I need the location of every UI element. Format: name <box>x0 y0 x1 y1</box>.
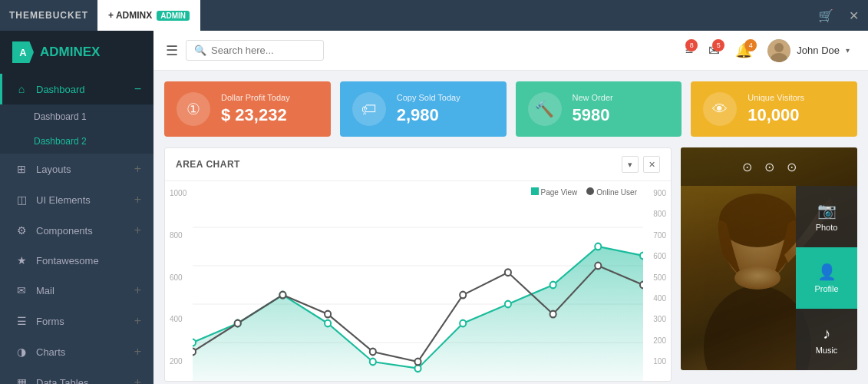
sidebar-tables-label: Data Tables <box>36 377 127 385</box>
expand-icon: + <box>134 223 141 237</box>
sidebar-dashboard-label: Dashboard <box>36 84 127 95</box>
music-label: Music <box>816 346 838 355</box>
camera-icon: 📷 <box>817 201 837 220</box>
tables-icon: ▦ <box>15 376 28 384</box>
mail-notification[interactable]: ✉ 5 <box>702 38 726 64</box>
sidebar-item-data-tables[interactable]: ▦ Data Tables + <box>0 367 153 384</box>
sidebar-item-fontawesome[interactable]: ★ Fontawesome <box>0 246 153 275</box>
copy-value: 2,980 <box>397 105 460 125</box>
legend-page-view: Page View <box>531 187 578 197</box>
profile-action[interactable]: 👤 Profile <box>796 247 857 309</box>
admin-tab[interactable]: + ADMINX ADMIN <box>97 0 200 31</box>
panel-circle-icon-3[interactable]: ⊙ <box>787 160 797 174</box>
svg-point-25 <box>460 292 466 299</box>
user-name: John Doe <box>797 45 840 56</box>
topbar-close-icon[interactable]: ✕ <box>849 8 859 23</box>
stats-row: ① Dollar Profit Today $ 23,232 🏷 Copy So… <box>164 81 857 137</box>
list-badge: 8 <box>685 39 698 51</box>
svg-point-22 <box>325 311 331 318</box>
svg-point-26 <box>505 269 511 276</box>
user-menu[interactable]: John Doe ▾ <box>761 36 856 65</box>
svg-point-15 <box>505 301 511 308</box>
eye-icon: 👁 <box>703 92 737 126</box>
sidebar-item-ui-elements[interactable]: ◫ UI Elements + <box>0 184 153 215</box>
copy-label: Copy Sold Today <box>397 93 460 102</box>
hamburger-icon[interactable]: ☰ <box>166 42 178 59</box>
sidebar-layouts-label: Layouts <box>36 164 127 175</box>
music-action[interactable]: ♪ Music <box>796 309 857 370</box>
svg-point-27 <box>550 311 556 318</box>
order-label: New Order <box>573 93 613 102</box>
sidebar-item-charts[interactable]: ◑ Charts + <box>0 336 153 367</box>
sidebar-item-dashboard1[interactable]: Dashboard 1 <box>0 104 153 129</box>
expand-icon: + <box>134 376 141 384</box>
tab-badge: ADMIN <box>157 11 190 21</box>
visitors-label: Unique Visitors <box>748 93 804 102</box>
svg-point-11 <box>325 320 331 327</box>
svg-point-28 <box>595 263 601 270</box>
sidebar-item-components[interactable]: ⚙ Components + <box>0 215 153 246</box>
bell-badge: 4 <box>744 39 757 51</box>
svg-point-23 <box>370 349 376 356</box>
order-value: 5980 <box>573 105 613 125</box>
music-icon: ♪ <box>823 325 830 343</box>
sidebar-forms-label: Forms <box>36 316 127 327</box>
expand-icon: + <box>134 162 141 176</box>
tag-icon: 🏷 <box>352 92 386 126</box>
sidebar-item-layouts[interactable]: ⊞ Layouts + <box>0 154 153 184</box>
sidebar-item-dashboard2[interactable]: Dashboard 2 <box>0 129 153 154</box>
sidebar-fa-label: Fontawesome <box>36 255 141 266</box>
dollar-icon: ① <box>177 92 210 126</box>
chart-minimize-btn[interactable]: ▾ <box>622 156 639 173</box>
sidebar-item-forms[interactable]: ☰ Forms + <box>0 306 153 336</box>
photo-label: Photo <box>816 223 838 232</box>
profile-label: Profile <box>814 284 838 293</box>
chart-close-btn[interactable]: ✕ <box>643 156 660 173</box>
area-chart-card: AREA CHART ▾ ✕ Page View Online User <box>164 147 672 382</box>
stat-card-dollar-profit: ① Dollar Profit Today $ 23,232 <box>164 81 331 137</box>
y-labels-right: 100 200 300 400 500 600 700 800 900 <box>643 189 671 366</box>
sidebar: A ADMINEX ⌂ Dashboard − Dashboard 1 Dash… <box>0 31 153 384</box>
expand-icon: + <box>134 193 141 207</box>
svg-point-17 <box>595 243 601 250</box>
y-labels-left: 200 400 600 800 1000 <box>165 189 194 366</box>
list-notification[interactable]: ≡ 8 <box>679 38 700 63</box>
panel-circle-icon-1[interactable]: ⊙ <box>742 160 752 174</box>
sidebar-nav: ⌂ Dashboard − Dashboard 1 Dashboard 2 ⊞ … <box>0 74 153 384</box>
sidebar-item-mail[interactable]: ✉ Mail + <box>0 275 153 306</box>
cart-icon[interactable]: 🛒 <box>818 8 833 23</box>
charts-icon: ◑ <box>15 346 28 358</box>
search-input[interactable] <box>211 45 311 56</box>
svg-point-14 <box>460 320 466 327</box>
profile-icon: 👤 <box>817 263 837 281</box>
layouts-icon: ⊞ <box>15 163 28 175</box>
topbar: THEMEBUCKET + ADMINX ADMIN 🛒 ✕ <box>0 0 868 31</box>
sidebar-sub-dashboard: Dashboard 1 Dashboard 2 <box>0 104 153 154</box>
side-panel-top: ⊙ ⊙ ⊙ <box>681 147 857 186</box>
gavel-icon: 🔨 <box>528 92 562 126</box>
sidebar-title: ADMINEX <box>40 45 100 60</box>
header-icons: ≡ 8 ✉ 5 🔔 4 John Doe ▾ <box>679 36 856 65</box>
brand-label: THEMEBUCKET <box>9 10 88 21</box>
mail-badge: 5 <box>712 39 724 51</box>
chart-row: AREA CHART ▾ ✕ Page View Online User <box>164 147 857 382</box>
mail-icon: ✉ <box>15 284 28 296</box>
sidebar-title-main: ADMIN <box>40 45 83 59</box>
svg-point-16 <box>550 282 556 289</box>
search-icon: 🔍 <box>194 45 206 56</box>
photo-action[interactable]: 📷 Photo <box>796 186 857 247</box>
svg-point-13 <box>414 365 421 372</box>
content: ① Dollar Profit Today $ 23,232 🏷 Copy So… <box>153 71 868 384</box>
sidebar-charts-label: Charts <box>36 346 127 358</box>
side-panel-actions: 📷 Photo 👤 Profile ♪ Music 💬 <box>796 186 857 370</box>
dollar-label: Dollar Profit Today <box>221 93 290 102</box>
bell-notification[interactable]: 🔔 4 <box>729 38 758 64</box>
sidebar-item-dashboard[interactable]: ⌂ Dashboard − <box>0 74 153 104</box>
sidebar-header: A ADMINEX <box>0 31 153 74</box>
sidebar-ui-label: UI Elements <box>36 194 127 206</box>
panel-circle-icon-2[interactable]: ⊙ <box>764 160 774 174</box>
visitors-value: 10,000 <box>748 105 804 125</box>
chart-actions: ▾ ✕ <box>622 156 660 173</box>
stat-card-new-order: 🔨 New Order 5980 <box>516 81 682 137</box>
stat-card-copy-sold: 🏷 Copy Sold Today 2,980 <box>340 81 507 137</box>
